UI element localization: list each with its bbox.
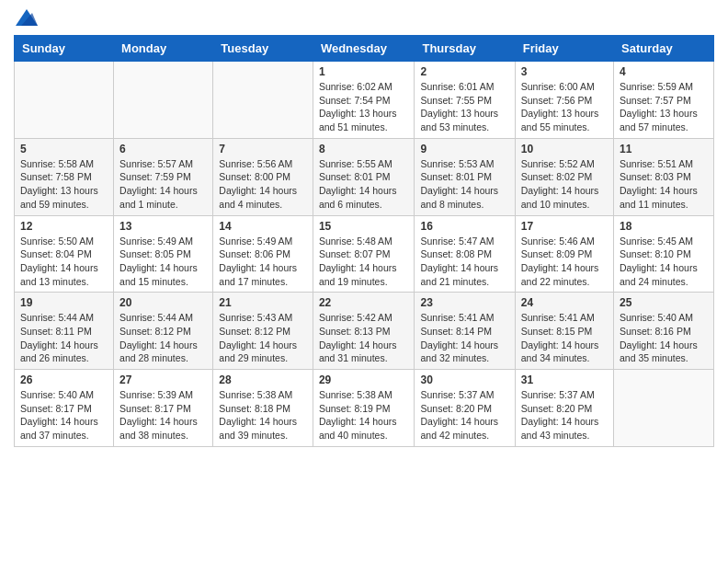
day-number: 1 (319, 65, 409, 78)
calendar-cell (114, 62, 213, 139)
day-number: 28 (219, 373, 307, 386)
calendar-cell: 7Sunrise: 5:56 AM Sunset: 8:00 PM Daylig… (213, 138, 313, 215)
page-header (14, 9, 714, 26)
calendar-cell: 12Sunrise: 5:50 AM Sunset: 8:04 PM Dayli… (15, 215, 114, 293)
calendar-cell: 27Sunrise: 5:39 AM Sunset: 8:17 PM Dayli… (114, 370, 213, 447)
cell-content: Sunrise: 5:58 AM Sunset: 7:58 PM Dayligh… (20, 157, 108, 212)
cell-content: Sunrise: 5:47 AM Sunset: 8:08 PM Dayligh… (420, 235, 508, 289)
day-number: 18 (620, 220, 708, 233)
cell-content: Sunrise: 5:40 AM Sunset: 8:17 PM Dayligh… (20, 388, 108, 442)
calendar-cell: 13Sunrise: 5:49 AM Sunset: 8:05 PM Dayli… (114, 215, 213, 293)
day-number: 7 (219, 143, 307, 155)
day-number: 30 (420, 373, 508, 386)
cell-content: Sunrise: 5:45 AM Sunset: 8:10 PM Dayligh… (620, 235, 708, 289)
cell-content: Sunrise: 6:02 AM Sunset: 7:54 PM Dayligh… (319, 80, 409, 134)
cell-content: Sunrise: 5:49 AM Sunset: 8:05 PM Dayligh… (119, 235, 207, 289)
calendar-week-row: 12Sunrise: 5:50 AM Sunset: 8:04 PM Dayli… (15, 215, 714, 293)
cell-content: Sunrise: 5:39 AM Sunset: 8:17 PM Dayligh… (119, 388, 207, 442)
calendar-week-row: 5Sunrise: 5:58 AM Sunset: 7:58 PM Daylig… (15, 138, 714, 215)
cell-content: Sunrise: 5:40 AM Sunset: 8:16 PM Dayligh… (620, 311, 708, 365)
cell-content: Sunrise: 5:44 AM Sunset: 8:11 PM Dayligh… (20, 311, 108, 365)
calendar-header-sunday: Sunday (15, 36, 114, 62)
cell-content: Sunrise: 5:49 AM Sunset: 8:06 PM Dayligh… (219, 235, 307, 289)
logo-icon (16, 9, 38, 26)
day-number: 24 (521, 296, 608, 309)
calendar-cell: 31Sunrise: 5:37 AM Sunset: 8:20 PM Dayli… (515, 370, 613, 447)
calendar-cell: 28Sunrise: 5:38 AM Sunset: 8:18 PM Dayli… (213, 370, 313, 447)
day-number: 15 (319, 220, 409, 233)
calendar-cell: 6Sunrise: 5:57 AM Sunset: 7:59 PM Daylig… (114, 138, 213, 215)
cell-content: Sunrise: 5:37 AM Sunset: 8:20 PM Dayligh… (521, 388, 608, 442)
cell-content: Sunrise: 6:01 AM Sunset: 7:55 PM Dayligh… (420, 80, 508, 134)
calendar-header-monday: Monday (114, 36, 213, 62)
day-number: 29 (319, 373, 409, 386)
day-number: 16 (420, 220, 508, 233)
calendar-cell: 1Sunrise: 6:02 AM Sunset: 7:54 PM Daylig… (313, 62, 415, 139)
day-number: 21 (219, 296, 307, 309)
day-number: 12 (20, 220, 108, 233)
day-number: 8 (319, 143, 409, 155)
calendar-header-friday: Friday (515, 36, 613, 62)
calendar-cell (15, 62, 114, 139)
day-number: 10 (521, 143, 608, 155)
calendar-cell (213, 62, 313, 139)
calendar-cell: 5Sunrise: 5:58 AM Sunset: 7:58 PM Daylig… (15, 138, 114, 215)
cell-content: Sunrise: 5:42 AM Sunset: 8:13 PM Dayligh… (319, 311, 409, 365)
cell-content: Sunrise: 6:00 AM Sunset: 7:56 PM Dayligh… (521, 80, 608, 134)
cell-content: Sunrise: 5:53 AM Sunset: 8:01 PM Dayligh… (420, 157, 508, 212)
day-number: 19 (20, 296, 108, 309)
calendar-cell: 10Sunrise: 5:52 AM Sunset: 8:02 PM Dayli… (515, 138, 613, 215)
calendar-cell: 23Sunrise: 5:41 AM Sunset: 8:14 PM Dayli… (415, 293, 515, 370)
day-number: 31 (521, 373, 608, 386)
cell-content: Sunrise: 5:57 AM Sunset: 7:59 PM Dayligh… (119, 157, 207, 212)
day-number: 14 (219, 220, 307, 233)
day-number: 26 (20, 373, 108, 386)
cell-content: Sunrise: 5:52 AM Sunset: 8:02 PM Dayligh… (521, 157, 608, 212)
calendar-cell: 18Sunrise: 5:45 AM Sunset: 8:10 PM Dayli… (614, 215, 714, 293)
calendar-header-wednesday: Wednesday (313, 36, 415, 62)
calendar-header-row: SundayMondayTuesdayWednesdayThursdayFrid… (15, 36, 714, 62)
day-number: 20 (119, 296, 207, 309)
cell-content: Sunrise: 5:59 AM Sunset: 7:57 PM Dayligh… (620, 80, 708, 134)
calendar-cell: 9Sunrise: 5:53 AM Sunset: 8:01 PM Daylig… (415, 138, 515, 215)
calendar-week-row: 26Sunrise: 5:40 AM Sunset: 8:17 PM Dayli… (15, 370, 714, 447)
calendar-table: SundayMondayTuesdayWednesdayThursdayFrid… (14, 35, 714, 447)
day-number: 13 (119, 220, 207, 233)
calendar-cell: 11Sunrise: 5:51 AM Sunset: 8:03 PM Dayli… (614, 138, 714, 215)
cell-content: Sunrise: 5:38 AM Sunset: 8:19 PM Dayligh… (319, 388, 409, 442)
calendar-cell: 20Sunrise: 5:44 AM Sunset: 8:12 PM Dayli… (114, 293, 213, 370)
calendar-cell: 15Sunrise: 5:48 AM Sunset: 8:07 PM Dayli… (313, 215, 415, 293)
calendar-cell: 24Sunrise: 5:41 AM Sunset: 8:15 PM Dayli… (515, 293, 613, 370)
day-number: 9 (420, 143, 508, 155)
logo (14, 9, 38, 26)
calendar-cell: 22Sunrise: 5:42 AM Sunset: 8:13 PM Dayli… (313, 293, 415, 370)
calendar-cell: 29Sunrise: 5:38 AM Sunset: 8:19 PM Dayli… (313, 370, 415, 447)
cell-content: Sunrise: 5:38 AM Sunset: 8:18 PM Dayligh… (219, 388, 307, 442)
calendar-cell: 8Sunrise: 5:55 AM Sunset: 8:01 PM Daylig… (313, 138, 415, 215)
day-number: 6 (119, 143, 207, 155)
day-number: 22 (319, 296, 409, 309)
cell-content: Sunrise: 5:44 AM Sunset: 8:12 PM Dayligh… (119, 311, 207, 365)
day-number: 3 (521, 65, 608, 78)
calendar-cell: 26Sunrise: 5:40 AM Sunset: 8:17 PM Dayli… (15, 370, 114, 447)
cell-content: Sunrise: 5:55 AM Sunset: 8:01 PM Dayligh… (319, 157, 409, 212)
calendar-cell (614, 370, 714, 447)
day-number: 25 (620, 296, 708, 309)
cell-content: Sunrise: 5:56 AM Sunset: 8:00 PM Dayligh… (219, 157, 307, 212)
calendar-cell: 14Sunrise: 5:49 AM Sunset: 8:06 PM Dayli… (213, 215, 313, 293)
day-number: 23 (420, 296, 508, 309)
calendar-cell: 25Sunrise: 5:40 AM Sunset: 8:16 PM Dayli… (614, 293, 714, 370)
calendar-cell: 21Sunrise: 5:43 AM Sunset: 8:12 PM Dayli… (213, 293, 313, 370)
cell-content: Sunrise: 5:37 AM Sunset: 8:20 PM Dayligh… (420, 388, 508, 442)
calendar-cell: 19Sunrise: 5:44 AM Sunset: 8:11 PM Dayli… (15, 293, 114, 370)
day-number: 5 (20, 143, 108, 155)
day-number: 17 (521, 220, 608, 233)
calendar-cell: 30Sunrise: 5:37 AM Sunset: 8:20 PM Dayli… (415, 370, 515, 447)
cell-content: Sunrise: 5:41 AM Sunset: 8:14 PM Dayligh… (420, 311, 508, 365)
calendar-cell: 17Sunrise: 5:46 AM Sunset: 8:09 PM Dayli… (515, 215, 613, 293)
calendar-header-thursday: Thursday (415, 36, 515, 62)
cell-content: Sunrise: 5:51 AM Sunset: 8:03 PM Dayligh… (620, 157, 708, 212)
calendar-cell: 16Sunrise: 5:47 AM Sunset: 8:08 PM Dayli… (415, 215, 515, 293)
calendar-header-saturday: Saturday (614, 36, 714, 62)
calendar-week-row: 19Sunrise: 5:44 AM Sunset: 8:11 PM Dayli… (15, 293, 714, 370)
